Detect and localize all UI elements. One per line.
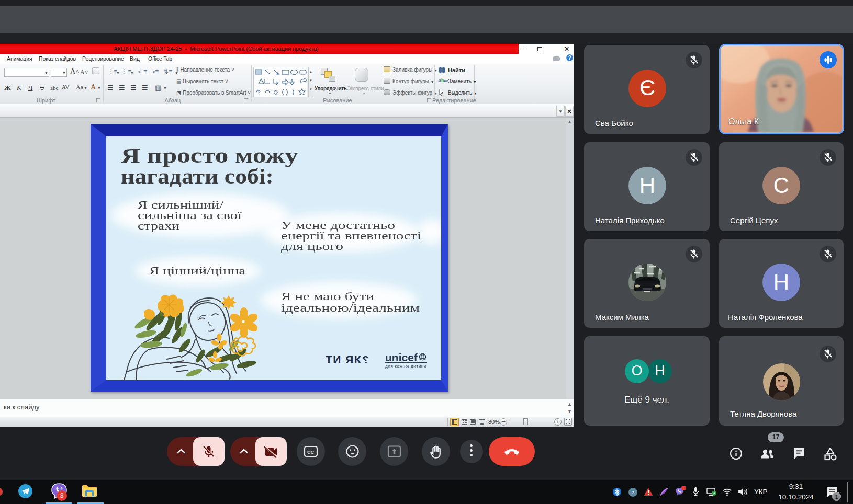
- svg-text:CC: CC: [307, 450, 314, 455]
- svg-text:..2: ..2: [630, 490, 634, 495]
